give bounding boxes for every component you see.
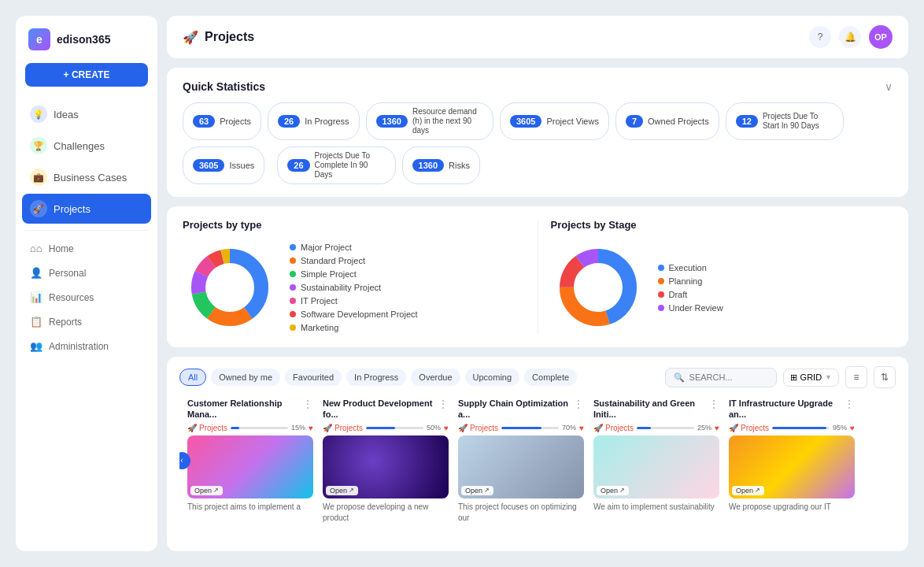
heart-2[interactable]: ♥ xyxy=(579,424,584,432)
sidebar-item-ideas[interactable]: 💡 Ideas xyxy=(22,99,151,129)
filter-inprogress[interactable]: In Progress xyxy=(346,369,406,386)
open-label-4: Open xyxy=(736,487,753,495)
open-badge-0[interactable]: Open ↗ xyxy=(190,486,223,495)
stat-pill-start90[interactable]: 12 Projects Due To Start In 90 Days xyxy=(726,102,844,140)
charts-divider xyxy=(538,219,538,335)
project-menu-2[interactable]: ⋮ xyxy=(573,398,584,410)
stats-title: Quick Statistics xyxy=(183,80,265,93)
sort-icon-button[interactable]: ⇅ xyxy=(874,366,896,388)
open-badge-2[interactable]: Open ↗ xyxy=(461,486,493,495)
home-icon: ⌂ xyxy=(30,243,43,254)
stats-panel: Quick Statistics ∨ 63 Projects 26 In Pro… xyxy=(167,68,908,197)
filter-favourited[interactable]: Favourited xyxy=(285,369,342,386)
project-menu-3[interactable]: ⋮ xyxy=(708,398,719,410)
project-menu-4[interactable]: ⋮ xyxy=(844,398,855,410)
progress-bar-2 xyxy=(501,427,559,429)
stat-pill-projects[interactable]: 63 Projects xyxy=(183,102,261,140)
stat-pill-owned[interactable]: 7 Owned Projects xyxy=(615,102,719,140)
progress-pct-2: 70% xyxy=(562,424,576,432)
sidebar-item-challenges[interactable]: 🏆 Challenges xyxy=(22,131,151,161)
sidebar-link-personal[interactable]: 👤 Personal xyxy=(22,261,151,284)
legend-label-draft: Draft xyxy=(669,290,688,299)
chart-stage-content: Execution Planning Draft Under Review xyxy=(551,240,893,335)
grid-chevron: ▼ xyxy=(825,373,832,381)
search-icon: 🔍 xyxy=(674,372,685,383)
personal-icon: 👤 xyxy=(30,267,43,279)
stat-pill-risks[interactable]: 1360 Risks xyxy=(402,146,480,184)
stats-toggle-button[interactable]: ∨ xyxy=(885,80,893,93)
open-badge-4[interactable]: Open ↗ xyxy=(732,486,764,495)
projects-scroll-area: ‹ Customer Relationship Mana... ⋮ 🚀 xyxy=(179,398,896,524)
avatar[interactable]: OP xyxy=(869,25,893,49)
notifications-button[interactable]: 🔔 xyxy=(839,26,861,48)
legend-label-it: IT Project xyxy=(301,296,338,306)
project-progress-3: 25% xyxy=(637,424,711,432)
legend-software: Software Development Project xyxy=(290,309,418,319)
stat-pill-complete90[interactable]: 26 Projects Due To Complete In 90 Days xyxy=(277,146,395,184)
legend-label-standard: Standard Project xyxy=(301,256,365,265)
project-name-1: New Product Development fo... xyxy=(323,398,438,421)
stat-num-issues: 3605 xyxy=(193,159,224,172)
ideas-icon: 💡 xyxy=(30,106,47,123)
legend-dot-sustain xyxy=(290,284,296,291)
project-type-icon-1: 🚀 xyxy=(323,424,332,432)
legend-sustain: Sustainability Project xyxy=(290,283,418,292)
projects-toolbar: All Owned by me Favourited In Progress O… xyxy=(179,366,896,388)
open-icon-0: ↗ xyxy=(213,487,219,494)
stat-num-inprogress: 26 xyxy=(278,115,300,128)
sidebar-item-projects[interactable]: 🚀 Projects xyxy=(22,194,151,224)
sidebar-nav: 💡 Ideas 🏆 Challenges 💼 Business Cases 🚀 … xyxy=(16,99,157,224)
open-badge-3[interactable]: Open ↗ xyxy=(597,486,629,495)
project-progress-2: 70% xyxy=(501,424,576,432)
admin-icon: 👥 xyxy=(30,340,43,352)
project-type-0: 🚀 Projects xyxy=(187,424,227,432)
stat-pill-issues[interactable]: 3605 Issues xyxy=(183,146,264,184)
project-menu-1[interactable]: ⋮ xyxy=(438,398,449,410)
sidebar-link-reports[interactable]: 📋 Reports xyxy=(22,310,151,333)
filter-owned[interactable]: Owned by me xyxy=(211,369,280,386)
filter-complete[interactable]: Complete xyxy=(524,369,577,386)
scroll-left-button[interactable]: ‹ xyxy=(179,452,190,469)
legend-simple: Simple Project xyxy=(290,269,418,279)
stat-num-start90: 12 xyxy=(736,115,758,128)
stat-label-views: Project Views xyxy=(546,117,598,126)
open-badge-1[interactable]: Open ↗ xyxy=(326,486,358,495)
progress-bar-4 xyxy=(772,427,830,429)
project-name-3: Sustainability and Green Initi... xyxy=(593,398,708,421)
sidebar-item-business[interactable]: 💼 Business Cases xyxy=(22,162,151,192)
filter-icon-button[interactable]: ≡ xyxy=(845,366,867,388)
filter-all[interactable]: All xyxy=(179,369,206,386)
sidebar-link-resources[interactable]: 📊 Resources xyxy=(22,286,151,309)
project-desc-2: This project focuses on optimizing our xyxy=(458,502,584,524)
heart-3[interactable]: ♥ xyxy=(715,424,719,432)
project-thumb-4: Open ↗ xyxy=(729,435,855,498)
stat-pill-inprogress[interactable]: 26 In Progress xyxy=(268,102,360,140)
legend-dot-draft xyxy=(658,291,664,298)
search-input[interactable] xyxy=(689,372,768,382)
grid-icon: ⊞ xyxy=(790,372,797,383)
project-card-header-0: Customer Relationship Mana... ⋮ xyxy=(187,398,313,421)
sidebar-link-admin[interactable]: 👥 Administration xyxy=(22,335,151,358)
progress-fill-3 xyxy=(637,427,651,429)
sidebar-link-home[interactable]: ⌂ Home xyxy=(22,237,151,260)
page-title: Projects xyxy=(205,30,254,44)
chart-stage-title: Projects by Stage xyxy=(551,219,893,231)
grid-button[interactable]: ⊞ GRID ▼ xyxy=(783,369,839,387)
help-button[interactable]: ? xyxy=(809,26,831,48)
project-menu-0[interactable]: ⋮ xyxy=(302,398,313,410)
heart-1[interactable]: ♥ xyxy=(444,424,449,432)
filter-tabs: All Owned by me Favourited In Progress O… xyxy=(179,369,577,386)
stat-pill-resource[interactable]: 1360 Resource demand (h) in the next 90 … xyxy=(366,102,493,140)
charts-row: Projects by type xyxy=(167,206,908,347)
stat-label-start90: Projects Due To Start In 90 Days xyxy=(763,112,833,131)
filter-overdue[interactable]: Overdue xyxy=(411,369,460,386)
legend-dot-major xyxy=(290,244,296,250)
stat-label-risks: Risks xyxy=(449,161,470,170)
stat-pill-views[interactable]: 3605 Project Views xyxy=(500,102,609,140)
create-button[interactable]: + CREATE xyxy=(25,63,148,87)
heart-4[interactable]: ♥ xyxy=(850,424,855,432)
chart-by-stage: Projects by Stage Execution xyxy=(551,219,893,335)
filter-upcoming[interactable]: Upcoming xyxy=(465,369,520,386)
heart-0[interactable]: ♥ xyxy=(309,424,313,432)
open-label-3: Open xyxy=(601,487,618,495)
